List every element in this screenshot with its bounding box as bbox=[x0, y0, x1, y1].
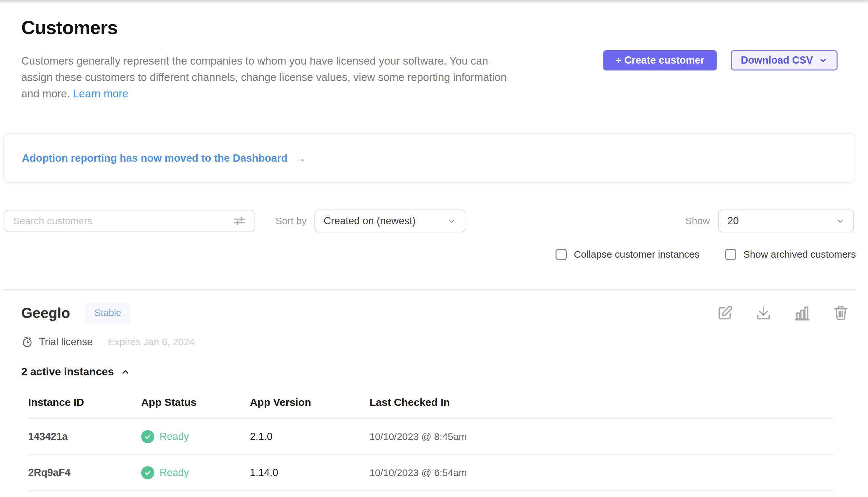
last-checked-in: 10/10/2023 @ 8:45am bbox=[369, 431, 834, 442]
collapse-instances-label: Collapse customer instances bbox=[574, 249, 700, 260]
download-license-button[interactable] bbox=[754, 304, 773, 322]
sort-select-value: Created on (newest) bbox=[324, 215, 416, 227]
check-circle-icon bbox=[141, 466, 154, 479]
show-archived-checkbox[interactable] bbox=[725, 249, 736, 260]
trash-icon bbox=[832, 304, 849, 322]
chevron-down-icon bbox=[836, 216, 845, 226]
collapse-instances-checkbox[interactable] bbox=[556, 249, 567, 260]
instance-row: 143421a Ready 2.1.0 10/10/2023 @ 8:45am bbox=[28, 419, 834, 455]
instance-id: 2Rq9aF4 bbox=[28, 467, 141, 479]
learn-more-link[interactable]: Learn more bbox=[73, 87, 128, 100]
filter-sliders-icon[interactable] bbox=[233, 214, 246, 228]
last-checked-in: 10/10/2023 @ 6:54am bbox=[369, 467, 834, 478]
show-archived-option[interactable]: Show archived customers bbox=[725, 249, 856, 260]
download-csv-button[interactable]: Download CSV bbox=[731, 50, 838, 70]
clock-icon bbox=[21, 336, 33, 348]
show-label: Show bbox=[685, 215, 710, 227]
collapse-instances-option[interactable]: Collapse customer instances bbox=[556, 249, 700, 260]
instance-row: 2Rq9aF4 Ready 1.14.0 10/10/2023 @ 6:54am bbox=[28, 455, 834, 491]
description-line: Customers generally represent the compan… bbox=[21, 53, 507, 69]
download-csv-label: Download CSV bbox=[741, 54, 813, 66]
sort-select[interactable]: Created on (newest) bbox=[314, 210, 466, 232]
adoption-reporting-banner[interactable]: Adoption reporting has now moved to the … bbox=[3, 133, 855, 183]
license-type: Trial license bbox=[39, 336, 93, 348]
page-header: Customers Customers generally represent … bbox=[0, 0, 868, 102]
app-status: Ready bbox=[141, 430, 250, 443]
header-actions: + Create customer Download CSV bbox=[603, 50, 838, 70]
bar-chart-icon bbox=[794, 304, 811, 322]
instances-table: Instance ID App Status App Version Last … bbox=[28, 396, 834, 491]
edit-icon bbox=[716, 304, 733, 322]
edit-customer-button[interactable] bbox=[716, 304, 734, 322]
customer-reporting-button[interactable] bbox=[793, 304, 811, 322]
view-options-row: Collapse customer instances Show archive… bbox=[0, 249, 856, 260]
description-line: and more. Learn more bbox=[21, 86, 507, 102]
instance-id: 143421a bbox=[28, 431, 141, 443]
description-line: assign these customers to different chan… bbox=[21, 69, 507, 86]
show-per-page-select[interactable]: 20 bbox=[718, 210, 854, 232]
check-circle-icon bbox=[141, 430, 154, 443]
customer-actions bbox=[716, 304, 850, 322]
instances-toggle[interactable]: 2 active instances bbox=[21, 366, 130, 378]
sort-by-label: Sort by bbox=[276, 215, 307, 227]
license-row: Trial license Expires Jan 6, 2024 bbox=[21, 336, 850, 348]
chevron-down-icon bbox=[447, 216, 456, 226]
col-header-instance-id: Instance ID bbox=[28, 396, 141, 409]
arrow-right-icon: → bbox=[295, 152, 306, 165]
download-icon bbox=[755, 304, 772, 322]
customer-name: Geeglo bbox=[21, 305, 70, 321]
search-box bbox=[4, 210, 254, 232]
create-customer-button[interactable]: + Create customer bbox=[603, 50, 717, 70]
col-header-app-status: App Status bbox=[141, 396, 250, 409]
customer-card: Geeglo Stable bbox=[0, 290, 868, 491]
channel-badge: Stable bbox=[85, 302, 130, 324]
page-title: Customers bbox=[21, 16, 838, 38]
license-expiry: Expires Jan 6, 2024 bbox=[108, 336, 194, 347]
top-shadow bbox=[0, 0, 868, 4]
app-status-text: Ready bbox=[160, 431, 189, 443]
app-version: 1.14.0 bbox=[250, 467, 369, 479]
show-select-value: 20 bbox=[727, 215, 739, 227]
instances-table-header: Instance ID App Status App Version Last … bbox=[28, 396, 834, 419]
page-description: Customers generally represent the compan… bbox=[21, 53, 507, 102]
chevron-up-icon bbox=[120, 367, 130, 377]
app-status: Ready bbox=[141, 466, 250, 479]
instances-toggle-label: 2 active instances bbox=[21, 366, 114, 378]
app-version: 2.1.0 bbox=[250, 431, 369, 443]
delete-customer-button[interactable] bbox=[832, 304, 850, 322]
banner-link-text[interactable]: Adoption reporting has now moved to the … bbox=[22, 152, 288, 164]
col-header-last-checked-in: Last Checked In bbox=[369, 396, 834, 409]
col-header-app-version: App Version bbox=[250, 396, 369, 409]
chevron-down-icon bbox=[819, 56, 827, 65]
description-tail: and more. bbox=[21, 87, 70, 100]
app-status-text: Ready bbox=[160, 467, 189, 479]
customers-toolbar: Sort by Created on (newest) Show 20 bbox=[4, 210, 854, 232]
show-archived-label: Show archived customers bbox=[744, 249, 856, 260]
search-input[interactable] bbox=[13, 215, 233, 227]
